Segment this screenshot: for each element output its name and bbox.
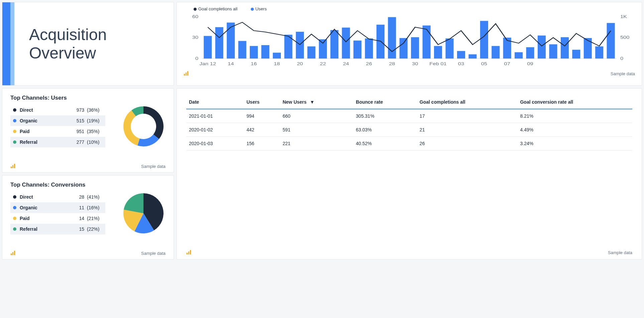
- table-cell: 2021-01-01: [186, 109, 244, 123]
- legend-pct: (22%): [84, 226, 103, 232]
- svg-rect-10: [238, 41, 246, 59]
- svg-rect-60: [187, 71, 188, 76]
- table-header[interactable]: Users: [244, 96, 280, 109]
- svg-rect-40: [584, 38, 592, 59]
- svg-text:07: 07: [504, 62, 510, 66]
- legend-value: 15: [68, 226, 84, 232]
- title-panel: AcquisitionOverview: [2, 2, 174, 86]
- table-header[interactable]: New Users▼: [280, 96, 353, 109]
- legend-row: Direct 28 (41%): [10, 192, 105, 202]
- svg-rect-41: [595, 46, 603, 59]
- svg-rect-9: [227, 23, 235, 59]
- legend-pct: (35%): [84, 129, 103, 134]
- data-table: DateUsersNew Users▼Bounce rateGoal compl…: [186, 96, 632, 150]
- legend-label: Paid: [20, 129, 68, 134]
- svg-rect-62: [12, 165, 13, 168]
- sample-data-label: Sample data: [608, 250, 632, 255]
- legend-label: Paid: [20, 216, 68, 221]
- legend-pct: (19%): [84, 118, 103, 123]
- legend-row: Organic 11 (16%): [10, 202, 105, 213]
- legend-value: 951: [68, 129, 84, 134]
- legend-label: Direct: [20, 107, 68, 113]
- table-cell: 17: [417, 109, 518, 123]
- svg-text:Jan 12: Jan 12: [200, 62, 216, 66]
- combo-chart: 0306005001KJan 12141618202224262830Feb 0…: [184, 13, 635, 69]
- svg-text:16: 16: [251, 62, 257, 66]
- legend-dot: [13, 227, 16, 231]
- svg-rect-61: [11, 167, 12, 168]
- svg-text:24: 24: [343, 62, 349, 66]
- table-row[interactable]: 2020-01-0244259163.03%214.49%: [186, 123, 632, 137]
- legend-pct: (41%): [84, 194, 103, 200]
- legend-label: Referral: [20, 139, 68, 145]
- table-cell: 442: [244, 123, 280, 137]
- svg-rect-58: [184, 74, 185, 76]
- analytics-icon: [10, 250, 16, 256]
- svg-rect-68: [188, 251, 189, 254]
- table-cell: 21: [417, 123, 518, 137]
- svg-rect-36: [538, 35, 546, 59]
- svg-rect-63: [14, 164, 15, 168]
- svg-rect-15: [296, 32, 304, 59]
- svg-rect-38: [561, 37, 569, 59]
- table-cell: 26: [417, 137, 518, 150]
- table-header[interactable]: Bounce rate: [353, 96, 417, 109]
- legend-value: 973: [68, 107, 84, 113]
- table-header[interactable]: Goal conversion rate all: [517, 96, 632, 109]
- table-cell: 8.21%: [517, 109, 632, 123]
- legend-value: 28: [68, 194, 84, 200]
- svg-text:18: 18: [274, 62, 280, 66]
- table-row[interactable]: 2021-01-01994660305.31%178.21%: [186, 109, 632, 123]
- svg-rect-59: [186, 73, 187, 76]
- analytics-icon: [184, 71, 189, 77]
- table-header[interactable]: Goal completions all: [417, 96, 518, 109]
- svg-text:1K: 1K: [620, 14, 627, 19]
- svg-rect-34: [515, 52, 523, 59]
- legend-conversions: Direct 28 (41%) Organic 11 (16%) Paid 14…: [2, 192, 113, 234]
- svg-rect-67: [187, 253, 188, 254]
- legend-pct: (36%): [84, 107, 103, 113]
- legend-dot: [13, 119, 16, 122]
- legend-label: Direct: [20, 194, 68, 200]
- svg-text:14: 14: [228, 62, 234, 66]
- svg-rect-8: [215, 27, 223, 59]
- svg-rect-20: [353, 40, 361, 59]
- svg-rect-7: [204, 36, 212, 59]
- legend-value: 14: [68, 216, 84, 221]
- svg-text:500: 500: [620, 35, 630, 40]
- svg-text:30: 30: [192, 35, 198, 40]
- svg-rect-37: [549, 44, 557, 59]
- legend-dot: [13, 217, 16, 220]
- svg-rect-13: [273, 53, 281, 59]
- svg-text:30: 30: [412, 62, 418, 66]
- sample-data-label: Sample data: [141, 164, 166, 169]
- svg-rect-64: [11, 253, 12, 255]
- legend-dot: [13, 206, 16, 209]
- table-header[interactable]: Date: [186, 96, 244, 109]
- card-title-conversions: Top Channels: Conversions: [2, 176, 174, 192]
- svg-rect-28: [445, 38, 453, 59]
- table-cell: 40.52%: [353, 137, 417, 150]
- svg-text:28: 28: [389, 62, 395, 66]
- svg-rect-30: [468, 55, 476, 59]
- svg-rect-42: [607, 23, 615, 59]
- svg-rect-31: [480, 21, 488, 59]
- legend-value: 515: [68, 118, 84, 123]
- svg-text:09: 09: [527, 62, 533, 66]
- legend-dot: [13, 130, 16, 133]
- svg-rect-16: [307, 46, 315, 59]
- svg-text:05: 05: [481, 62, 487, 66]
- svg-rect-65: [12, 252, 13, 255]
- sample-data-label: Sample data: [611, 71, 635, 76]
- table-cell: 660: [280, 109, 353, 123]
- table-row[interactable]: 2020-01-0315622140.52%263.24%: [186, 137, 632, 150]
- legend-dot: [13, 140, 16, 144]
- table-cell: 994: [244, 109, 280, 123]
- svg-rect-69: [190, 250, 191, 254]
- svg-text:0: 0: [195, 56, 198, 61]
- legend-pct: (16%): [84, 205, 103, 210]
- svg-rect-18: [330, 30, 338, 59]
- legend-users: Users: [255, 6, 267, 11]
- legend-dot: [13, 108, 16, 112]
- svg-rect-19: [342, 28, 350, 59]
